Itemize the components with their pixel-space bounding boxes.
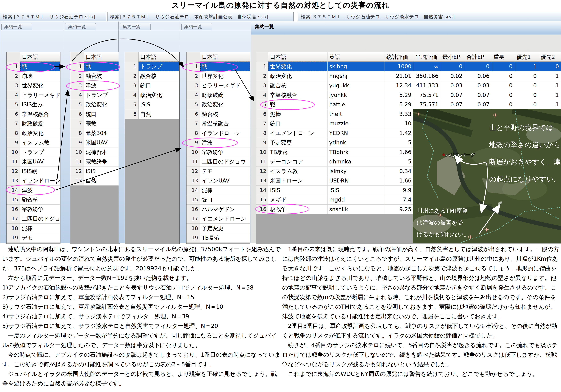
cell-english[interactable]: hngshj [328, 71, 385, 81]
cell-japanese[interactable]: 融合核 [84, 71, 119, 81]
tab-summary-1[interactable]: 集約一覧 [1, 23, 32, 30]
cell-english[interactable]: theft [328, 109, 385, 119]
table-row[interactable]: 16ハルマゲドン [186, 205, 250, 214]
table-row[interactable]: 19TB暴落 [186, 233, 250, 243]
table-row[interactable]: 6自然 [125, 109, 179, 119]
table-row[interactable]: 17イエメンドローン [186, 214, 250, 223]
table-row[interactable]: 11二匹目のドジョウ [186, 157, 250, 167]
cell-japanese[interactable]: 融合核 [200, 109, 250, 119]
cell-japanese[interactable]: 泥棒資本 [84, 148, 119, 157]
table-row[interactable]: 15銃口 [186, 195, 250, 205]
table-row[interactable]: 2崩壊 [7, 71, 60, 81]
cell-total-ep[interactable]: 0.03 [465, 81, 492, 90]
tab-summary-4[interactable]: 集約一覧 [181, 23, 212, 30]
cell-japanese[interactable]: デモ [200, 167, 250, 176]
cell-japanese[interactable]: ISIS親 [20, 167, 60, 176]
table-row[interactable]: 8イランドローン [186, 128, 250, 138]
column-header[interactable]: 日本語 [269, 52, 328, 62]
column-header[interactable]: 最小EP [441, 52, 465, 62]
cell-stat-eval[interactable]: 9.25 [385, 205, 414, 214]
cell-stat-eval[interactable]: 1000 [385, 62, 414, 71]
cell-japanese[interactable]: 融合核 [20, 195, 60, 205]
table-row[interactable]: 17二匹目のドジョウ [7, 214, 60, 223]
cell-japanese[interactable]: 世界変化 [200, 71, 250, 81]
cell-japanese[interactable]: 自然 [84, 176, 119, 186]
cell-japanese[interactable]: イランUAV [200, 176, 250, 186]
table-row[interactable]: 6銃口 [70, 109, 119, 119]
cell-stat-eval[interactable]: 7.4 [385, 195, 414, 205]
cell-priority1[interactable]: 1 [515, 62, 539, 71]
cell-japanese[interactable]: 政治変化 [84, 100, 119, 109]
cell-min-ep[interactable]: 0.07 [441, 90, 465, 100]
tab-summary-3[interactable]: 集約一覧 [120, 23, 151, 30]
cell-total-ep[interactable]: 0.07 [465, 100, 492, 109]
cell-japanese[interactable]: ハルマゲドン [200, 205, 250, 214]
cell-japanese[interactable]: 世界変化 [20, 81, 60, 90]
table-row[interactable]: 4政治変化 [125, 90, 179, 100]
cell-japanese[interactable]: デーコンコア [269, 157, 328, 167]
table-row[interactable]: 5政治変化 [70, 100, 119, 109]
column-header[interactable]: 日本語 [20, 52, 60, 62]
cell-japanese[interactable]: ISIS [84, 167, 119, 176]
cell-japanese[interactable]: イスラム教 [269, 167, 328, 176]
cell-total-ep[interactable]: 0.07 [465, 90, 492, 100]
cell-japanese[interactable]: 常温核融合 [269, 90, 328, 100]
cell-priority2[interactable]: 1 [539, 100, 561, 109]
tab-summary-5-active[interactable]: 集約一覧 [252, 23, 283, 30]
cell-priority1[interactable]: 0 [515, 71, 539, 81]
cell-stat-eval[interactable]: 0.34 [385, 167, 414, 176]
table-row[interactable]: 3融合核yugukk12.34411.3330.030.03001 [256, 81, 561, 90]
cell-priority1[interactable]: 0 [515, 90, 539, 100]
cell-japanese[interactable]: 銃口 [139, 81, 179, 90]
cell-important[interactable]: 0 [492, 62, 515, 71]
window-titlebar-2[interactable]: 検索[３７５ＴＭＩ＿サウジ石油テロ＿軍産攻撃計画公表＿自然災害.sea] [107, 12, 293, 21]
cell-japanese[interactable]: 宗教紛争 [84, 157, 119, 167]
table-row[interactable]: 4ヒラリーメギド [7, 90, 60, 100]
table-row[interactable]: 12ISIS [70, 167, 119, 176]
table-row[interactable]: 11米国UAV [7, 157, 60, 167]
cell-japanese[interactable]: イランドローン [20, 176, 60, 186]
table-row[interactable]: 4常温核融合jyonkk5.2975.5710.070.07001 [256, 90, 561, 100]
cell-japanese[interactable]: 米国UAV [84, 138, 119, 148]
cell-stat-eval[interactable]: 3.33 [385, 109, 414, 119]
table-row[interactable]: 10泥棒資本 [70, 148, 119, 157]
cell-japanese[interactable]: イスラム教 [20, 138, 60, 148]
cell-japanese[interactable]: 政治変化 [139, 90, 179, 100]
cell-priority1[interactable]: 0 [515, 81, 539, 90]
cell-japanese[interactable]: 予定変更 [269, 138, 328, 148]
table-row[interactable]: 18泥棒 [7, 223, 60, 233]
cell-stat-eval[interactable]: 21.01 [385, 71, 414, 81]
tab-summary-2[interactable]: 集約一覧 [65, 23, 96, 30]
cell-priority2[interactable]: 1 [539, 81, 561, 90]
cell-english[interactable]: dhmnka [328, 157, 385, 167]
cell-english[interactable]: ISIS [328, 186, 385, 195]
cell-japanese[interactable]: ISIS [269, 186, 328, 195]
cell-japanese[interactable]: ヒラリーメギド [200, 81, 250, 90]
column-header[interactable]: 統計評価 [385, 52, 414, 62]
table-row[interactable]: 8政治変化 [7, 128, 60, 138]
cell-min-ep[interactable]: 0.07 [441, 100, 465, 109]
cell-japanese[interactable]: 暴落304 [84, 128, 119, 138]
cell-english[interactable]: USDRN [328, 176, 385, 186]
cell-min-ep[interactable]: 0 [441, 62, 465, 71]
cell-stat-eval[interactable]: 12.34 [385, 81, 414, 90]
cell-japanese[interactable]: イエメンドローン [200, 214, 250, 223]
cell-avg-eval[interactable]: ∞ [414, 62, 441, 71]
cell-japanese[interactable]: デモ [20, 233, 60, 243]
cell-stat-eval[interactable]: 10 [385, 119, 414, 128]
cell-english[interactable]: battle [328, 100, 385, 109]
table-row[interactable]: 2融合核 [125, 71, 179, 81]
cell-japanese[interactable]: トランプ [84, 90, 119, 100]
cell-japanese[interactable]: 宗教紛争 [20, 205, 60, 214]
cell-important[interactable]: 0 [492, 90, 515, 100]
cell-japanese[interactable]: 銃口 [200, 195, 250, 205]
table-row[interactable]: 12ISIS親 [7, 167, 60, 176]
cell-english[interactable]: skihng [328, 62, 385, 71]
table-row[interactable]: 7財政破綻 [7, 119, 60, 128]
cell-japanese[interactable]: 銃口 [269, 119, 328, 128]
cell-japanese[interactable]: 政治変化 [20, 128, 60, 138]
cell-japanese[interactable]: 泥棒 [200, 186, 250, 195]
table-row[interactable]: 13イランドローン [7, 176, 60, 186]
table-row[interactable]: 19デモ [7, 233, 60, 243]
window-titlebar-3[interactable]: 検索[３７５ＴＭＩ＿サウジ石油テロ＿サウジ淡水テロ＿自然災害.sea] [298, 12, 561, 21]
